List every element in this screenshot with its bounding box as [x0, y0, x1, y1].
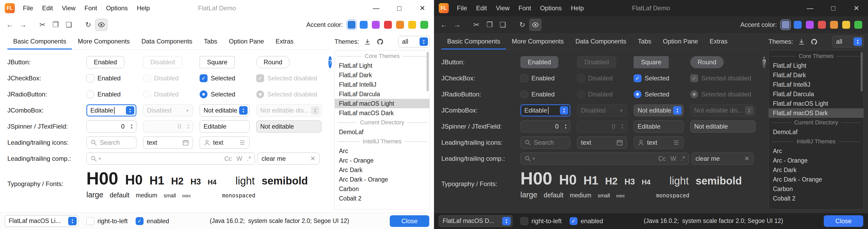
theme-list-item[interactable]: DemoLaf — [769, 127, 864, 137]
checkbox[interactable]: ✓ — [256, 74, 264, 82]
radio-group[interactable]: Selected disabled — [256, 90, 313, 98]
round-button[interactable]: Round — [690, 56, 724, 68]
laf-combobox[interactable]: FlatLaf macOS Li... ▲▼ — [5, 215, 79, 227]
checkbox[interactable]: ✓ — [633, 74, 642, 82]
maximize-button[interactable]: □ — [388, 0, 411, 16]
theme-list-item[interactable]: Arc — [335, 146, 430, 156]
maximize-button[interactable]: □ — [822, 0, 845, 16]
combobox-arrow-button[interactable]: ▲▼ — [420, 37, 428, 46]
forward-button[interactable]: → — [451, 19, 463, 31]
enabled-button[interactable]: Enabled — [86, 56, 124, 68]
themes-filter-combobox[interactable]: all ▲▼ — [832, 36, 864, 48]
theme-list-item[interactable]: Cobalt 2 — [769, 194, 864, 203]
tab[interactable]: Data Components — [569, 34, 632, 50]
tab[interactable]: Data Components — [135, 34, 198, 50]
checkbox-group[interactable]: ✓ Enabled — [520, 74, 577, 82]
not-editable-combobox[interactable]: Not editable ▲▼ — [633, 104, 684, 116]
checkbox[interactable]: ✓ — [86, 74, 94, 82]
paste-button[interactable]: ❏ — [63, 19, 75, 31]
search-with-options-input[interactable]: ▾ Cc W .* — [86, 152, 255, 165]
tab[interactable]: More Components — [506, 34, 569, 50]
theme-list-item[interactable]: Current Directory — [335, 118, 430, 127]
minimize-button[interactable]: — — [799, 0, 822, 16]
square-button[interactable]: Square — [633, 56, 669, 68]
theme-list-item[interactable]: FlatLaf Light — [335, 61, 430, 70]
cut-button[interactable]: ✂ — [470, 19, 483, 31]
whole-word-toggle[interactable]: W — [671, 155, 676, 162]
copy-button[interactable]: ❐ — [50, 19, 62, 31]
scrollbar-thumb[interactable] — [427, 52, 429, 91]
square-button[interactable]: Square — [199, 56, 235, 68]
menu-item[interactable]: Options — [536, 0, 566, 16]
spinner[interactable]: 0 ▲▼ — [520, 120, 570, 133]
help-button[interactable]: ? — [763, 56, 766, 68]
menu-item[interactable]: Help — [566, 0, 588, 16]
theme-list-item[interactable]: Carbon — [769, 184, 864, 194]
accent-swatch[interactable] — [408, 21, 416, 29]
theme-list-item[interactable]: Current Directory — [769, 118, 864, 127]
accent-swatch[interactable] — [348, 21, 355, 29]
github-button[interactable] — [376, 37, 384, 46]
match-case-toggle[interactable]: Cc — [224, 155, 232, 162]
close-button[interactable]: Close — [390, 215, 429, 227]
enabled-checkbox-group[interactable]: ✓ enabled — [569, 217, 603, 225]
close-window-button[interactable]: ✕ — [845, 0, 868, 16]
search-input[interactable]: Search — [86, 137, 136, 149]
not-editable-combobox[interactable]: Not editable ▲▼ — [199, 104, 250, 116]
combobox-arrow-button[interactable]: ▲▼ — [854, 37, 862, 46]
theme-list-item[interactable]: FlatLaf macOS Light — [335, 99, 430, 108]
radio-button[interactable] — [690, 90, 698, 98]
theme-list-item[interactable]: Arc Dark - Orange — [335, 175, 430, 184]
date-input[interactable]: text — [143, 137, 193, 149]
spinner-arrows[interactable]: ▲▼ — [561, 123, 570, 130]
combobox-arrow-button[interactable]: ▲▼ — [68, 217, 76, 225]
checkbox[interactable]: ✓ — [577, 74, 585, 82]
rtl-checkbox[interactable]: ✓ — [520, 217, 528, 225]
tab[interactable]: Tabs — [632, 34, 657, 50]
regex-toggle[interactable]: .* — [247, 155, 251, 162]
theme-list-item[interactable]: FlatLaf IntelliJ — [335, 80, 430, 89]
theme-list-item[interactable]: FlatLaf macOS Dark — [769, 108, 864, 118]
theme-list-item[interactable]: Core Themes — [335, 51, 430, 61]
menu-item[interactable]: View — [57, 0, 80, 16]
github-button[interactable] — [810, 37, 818, 46]
laf-combobox[interactable]: FlatLaf macOS D... ▲▼ — [439, 215, 513, 227]
minimize-button[interactable]: — — [365, 0, 388, 16]
chevron-down-icon[interactable]: ▾ — [99, 156, 101, 161]
show-hidden-toggle-button[interactable] — [95, 19, 107, 31]
show-hidden-toggle-button[interactable] — [529, 19, 541, 31]
round-button[interactable]: Round — [256, 56, 290, 68]
enabled-checkbox[interactable]: ✓ — [569, 217, 578, 225]
calendar-icon[interactable] — [182, 139, 189, 146]
accent-swatch[interactable] — [372, 21, 380, 29]
radio-button[interactable] — [633, 90, 642, 98]
clearable-input[interactable]: clear me ✕ — [257, 152, 319, 165]
enabled-checkbox-group[interactable]: ✓ enabled — [135, 217, 169, 225]
theme-list-item[interactable]: FlatLaf Darcula — [769, 89, 864, 99]
checkbox-group[interactable]: ✓ Disabled — [577, 74, 633, 82]
accent-swatch[interactable] — [830, 21, 838, 29]
accent-swatch[interactable] — [854, 21, 862, 29]
editable-textfield[interactable]: Editable — [199, 120, 250, 133]
rtl-checkbox-group[interactable]: ✓ right-to-left — [86, 217, 128, 225]
radio-group[interactable]: Disabled — [577, 90, 633, 98]
checkbox-group[interactable]: ✓ Selected disabled — [690, 74, 747, 82]
theme-list-item[interactable]: Core Themes — [769, 51, 864, 61]
checkbox-group[interactable]: ✓ Selected — [633, 74, 690, 82]
menu-item[interactable]: View — [491, 0, 514, 16]
theme-list-item[interactable]: Arc Dark - Orange — [769, 175, 864, 184]
close-button[interactable]: Close — [824, 215, 863, 227]
search-with-options-input[interactable]: ▾ Cc W .* — [520, 152, 689, 165]
scrollbar-thumb[interactable] — [861, 52, 863, 91]
close-window-button[interactable]: ✕ — [411, 0, 434, 16]
calendar-icon[interactable] — [616, 139, 623, 146]
radio-button[interactable] — [86, 90, 94, 98]
theme-list-item[interactable]: FlatLaf macOS Dark — [335, 108, 430, 118]
enabled-button[interactable]: Enabled — [520, 56, 558, 68]
radio-button[interactable] — [143, 90, 151, 98]
radio-group[interactable]: Selected disabled — [690, 90, 747, 98]
radio-group[interactable]: Enabled — [520, 90, 577, 98]
list-icon[interactable] — [673, 139, 680, 146]
editable-combobox[interactable]: Editable ▲▼ — [86, 104, 136, 116]
checkbox[interactable]: ✓ — [199, 74, 208, 82]
